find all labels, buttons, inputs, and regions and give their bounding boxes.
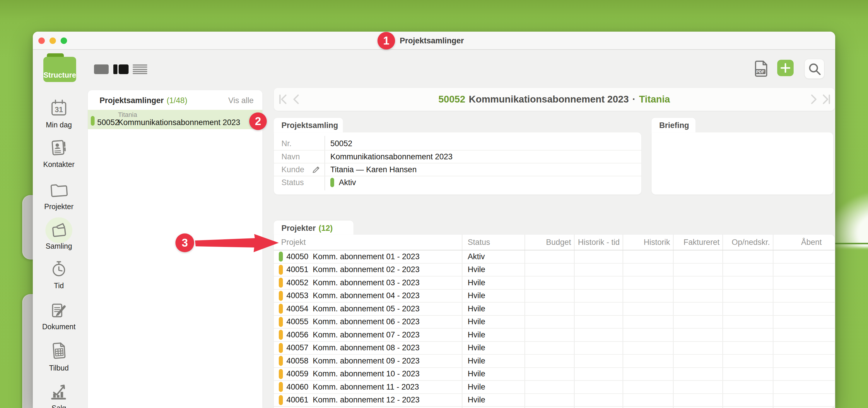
table-row[interactable]: 40058 Komm. abonnement 09 - 2023 Hvile xyxy=(274,355,835,368)
sidebar-item-tilbud[interactable]: Tilbud xyxy=(33,342,85,372)
single-pane-view-button[interactable] xyxy=(94,64,108,74)
column-header[interactable]: Projekt xyxy=(274,234,462,250)
table-row[interactable]: 40061 Komm. abonnement 12 - 2023 Hvile xyxy=(274,394,835,407)
column-header[interactable]: Historik xyxy=(623,234,673,250)
contact-card-icon xyxy=(50,138,68,157)
table-row[interactable]: 40055 Komm. abonnement 06 - 2023 Hvile xyxy=(274,316,835,329)
projects-table-card: Projekt Status Budget Historik - tid His… xyxy=(274,234,835,408)
plus-icon xyxy=(780,62,791,74)
window-title: Projektsamlinger xyxy=(400,32,464,50)
column-header[interactable]: Op/nedskr. xyxy=(722,234,773,250)
tab-label: Briefing xyxy=(659,121,689,130)
budget-cell xyxy=(525,394,574,407)
briefing-card[interactable] xyxy=(652,132,833,194)
op-nedskr-cell xyxy=(722,381,773,394)
sidebar-item-kontakter[interactable]: Kontakter xyxy=(33,138,85,169)
pdf-icon: PDF xyxy=(754,60,769,77)
historik-tid-cell xyxy=(574,368,623,380)
aabent-cell xyxy=(773,368,835,380)
historik-cell xyxy=(623,316,673,328)
table-row[interactable]: 40057 Komm. abonnement 08 - 2023 Hvile xyxy=(274,342,835,355)
zoom-button[interactable] xyxy=(61,37,67,44)
structure-logo[interactable]: Structure xyxy=(43,57,76,82)
table-row[interactable]: 40054 Komm. abonnement 05 - 2023 Hvile xyxy=(274,303,835,316)
tab-projekter[interactable]: Projekter (12) xyxy=(274,221,353,236)
sidebar-label: Kontakter xyxy=(43,160,74,169)
split-view-button[interactable] xyxy=(119,64,129,74)
detail-title: 50052 Kommunikationsabonnement 2023 · Ti… xyxy=(438,94,670,105)
field-row[interactable]: Navn Kommunikationsabonnement 2023 xyxy=(274,150,641,163)
minimize-button[interactable] xyxy=(50,37,56,44)
pdf-export-button[interactable]: PDF xyxy=(754,60,769,77)
project-cell: 40057 Komm. abonnement 08 - 2023 xyxy=(274,342,462,354)
sidebar-item-projekter[interactable]: Projekter xyxy=(33,181,85,211)
op-nedskr-cell xyxy=(722,290,773,302)
title-bar[interactable]: Projektsamlinger xyxy=(33,32,835,50)
tab-briefing[interactable]: Briefing xyxy=(652,118,695,133)
list-panel-title: Projektsamlinger xyxy=(99,96,164,105)
historik-cell xyxy=(623,263,673,276)
close-button[interactable] xyxy=(38,37,45,44)
collection-list-item-selected[interactable]: 50052 Titania Kommunikationsabonnement 2… xyxy=(88,110,262,129)
previous-record-button[interactable] xyxy=(292,94,300,104)
op-nedskr-cell xyxy=(722,394,773,407)
op-nedskr-cell xyxy=(722,342,773,354)
svg-text:PDF: PDF xyxy=(756,69,764,74)
historik-cell xyxy=(623,342,673,354)
wallpaper-horizon xyxy=(833,243,868,244)
tab-label: Projektsamling xyxy=(281,121,338,130)
field-label: Kunde xyxy=(274,165,324,174)
field-row[interactable]: Status Aktiv xyxy=(274,176,641,189)
table-row[interactable]: 40059 Komm. abonnement 10 - 2023 Hvile xyxy=(274,368,835,381)
project-status-pill xyxy=(279,395,283,405)
faktureret-cell xyxy=(673,381,722,394)
field-row[interactable]: Kunde Titania — Karen Hansen xyxy=(274,163,641,176)
field-value: 50052 xyxy=(324,139,352,148)
table-row[interactable]: 40056 Komm. abonnement 07 - 2023 Hvile xyxy=(274,328,835,342)
desktop: Projektsamlinger Structure PDF xyxy=(0,0,868,408)
table-row[interactable]: 40052 Komm. abonnement 03 - 2023 Hvile xyxy=(274,277,835,290)
detail-title-client: Titania xyxy=(639,94,670,105)
sidebar-item-dokument[interactable]: Dokument xyxy=(33,301,85,331)
project-name: Komm. abonnement 04 - 2023 xyxy=(313,291,420,300)
edit-pencil-icon[interactable] xyxy=(312,165,320,174)
column-header[interactable]: Status xyxy=(462,234,525,250)
column-header[interactable]: Åbent xyxy=(773,234,835,250)
column-header[interactable]: Historik - tid xyxy=(574,234,623,250)
tab-count: (12) xyxy=(319,224,333,233)
budget-cell xyxy=(525,316,574,328)
sidebar-item-salg[interactable]: Salg xyxy=(33,382,85,408)
column-header[interactable]: Budget xyxy=(525,234,574,250)
table-row[interactable]: 40053 Komm. abonnement 04 - 2023 Hvile xyxy=(274,290,835,303)
last-record-button[interactable] xyxy=(822,94,831,104)
field-row[interactable]: Nr. 50052 xyxy=(274,137,641,150)
faktureret-cell xyxy=(673,250,722,263)
add-button[interactable] xyxy=(777,60,794,76)
app-window: Projektsamlinger Structure PDF xyxy=(33,32,835,408)
table-row[interactable]: 40051 Komm. abonnement 02 - 2023 Hvile xyxy=(274,263,835,277)
sidebar-item-tid[interactable]: Tid xyxy=(33,260,85,290)
show-all-link[interactable]: Vis alle xyxy=(228,96,254,105)
list-view-button[interactable] xyxy=(133,64,147,74)
sidebar-item-min-dag[interactable]: 31 Min dag xyxy=(33,99,85,129)
sidebar-label: Min dag xyxy=(46,121,72,129)
historik-cell xyxy=(623,355,673,367)
project-name: Komm. abonnement 08 - 2023 xyxy=(313,343,420,352)
table-header-row: Projekt Status Budget Historik - tid His… xyxy=(274,234,835,250)
project-number: 40055 xyxy=(286,317,312,326)
project-status: Hvile xyxy=(462,328,525,341)
search-button[interactable] xyxy=(805,59,824,79)
first-record-button[interactable] xyxy=(279,94,287,104)
split-view-button[interactable] xyxy=(113,64,118,74)
budget-cell xyxy=(525,355,574,367)
tab-projektsamling[interactable]: Projektsamling xyxy=(274,118,343,133)
next-record-button[interactable] xyxy=(810,94,818,104)
table-row[interactable]: 40060 Komm. abonnement 11 - 2023 Hvile xyxy=(274,381,835,394)
project-number: 40052 xyxy=(286,278,312,287)
table-row[interactable]: 40050 Komm. abonnement 01 - 2023 Aktiv xyxy=(274,250,835,263)
column-header[interactable]: Faktureret xyxy=(673,234,722,250)
sidebar-item-samling[interactable]: Samling xyxy=(33,217,85,250)
sidebar-label: Tid xyxy=(54,281,64,290)
project-name: Komm. abonnement 01 - 2023 xyxy=(313,252,420,261)
op-nedskr-cell xyxy=(722,250,773,263)
